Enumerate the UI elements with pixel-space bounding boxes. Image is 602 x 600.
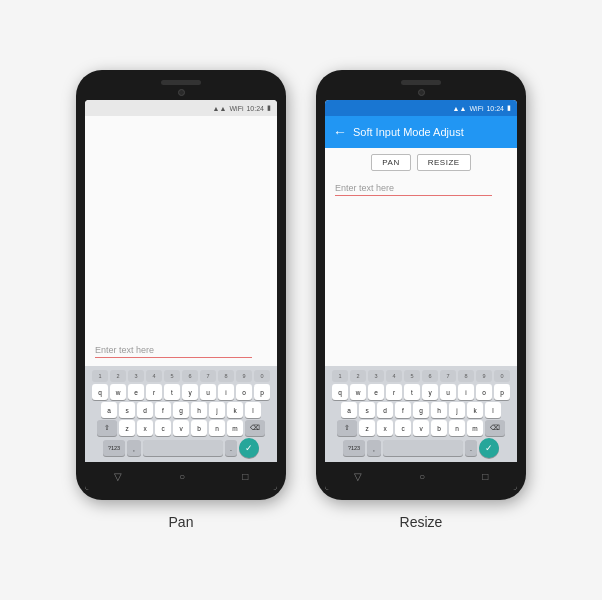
pan-key-m[interactable]: m [227,420,243,436]
pan-shift-key[interactable]: ⇧ [97,420,117,436]
pan-comma-key[interactable]: , [127,440,141,456]
pan-key-o[interactable]: o [236,384,252,400]
resize-key-k[interactable]: k [467,402,483,418]
pan-backspace-key[interactable]: ⌫ [245,420,265,436]
resize-backspace-key[interactable]: ⌫ [485,420,505,436]
pan-key-x[interactable]: x [137,420,153,436]
resize-key-f[interactable]: f [395,402,411,418]
resize-key-m[interactable]: m [467,420,483,436]
resize-nav-recent-icon[interactable]: □ [482,471,488,482]
resize-key-b[interactable]: b [431,420,447,436]
resize-key-y[interactable]: y [422,384,438,400]
pan-key-e[interactable]: e [128,384,144,400]
resize-key-r[interactable]: r [386,384,402,400]
pan-key-d[interactable]: d [137,402,153,418]
resize-nav-back-icon[interactable]: ▽ [354,471,362,482]
resize-key-1[interactable]: 1 [332,370,348,382]
pan-key-t[interactable]: t [164,384,180,400]
pan-key-g[interactable]: g [173,402,189,418]
pan-key-9[interactable]: 9 [236,370,252,382]
resize-key-6[interactable]: 6 [422,370,438,382]
pan-key-s[interactable]: s [119,402,135,418]
resize-label: Resize [400,514,443,530]
resize-key-2[interactable]: 2 [350,370,366,382]
resize-key-v[interactable]: v [413,420,429,436]
pan-key-l[interactable]: l [245,402,261,418]
pan-key-u[interactable]: u [200,384,216,400]
pan-dot-key[interactable]: . [225,440,237,456]
pan-mode-button[interactable]: PAN [371,154,410,171]
resize-time: 10:24 [486,105,504,112]
resize-key-g[interactable]: g [413,402,429,418]
resize-key-i[interactable]: i [458,384,474,400]
resize-nav-home-icon[interactable]: ○ [419,471,425,482]
pan-key-w[interactable]: w [110,384,126,400]
resize-key-z[interactable]: z [359,420,375,436]
pan-nav-recent-icon[interactable]: □ [242,471,248,482]
resize-key-l[interactable]: l [485,402,501,418]
resize-mode-button[interactable]: RESIZE [417,154,471,171]
pan-key-4[interactable]: 4 [146,370,162,382]
resize-key-e[interactable]: e [368,384,384,400]
pan-key-8[interactable]: 8 [218,370,234,382]
resize-key-o[interactable]: o [476,384,492,400]
pan-key-k[interactable]: k [227,402,243,418]
resize-back-icon[interactable]: ← [333,124,347,140]
resize-key-4[interactable]: 4 [386,370,402,382]
pan-key-b[interactable]: b [191,420,207,436]
resize-key-n[interactable]: n [449,420,465,436]
resize-key-s[interactable]: s [359,402,375,418]
pan-key-3[interactable]: 3 [128,370,144,382]
pan-key-z[interactable]: z [119,420,135,436]
pan-space-key[interactable] [143,440,223,456]
resize-key-x[interactable]: x [377,420,393,436]
pan-num123-key[interactable]: ?123 [103,440,125,456]
resize-key-c[interactable]: c [395,420,411,436]
resize-key-9[interactable]: 9 [476,370,492,382]
resize-key-u[interactable]: u [440,384,456,400]
pan-key-0[interactable]: 0 [254,370,270,382]
resize-key-h[interactable]: h [431,402,447,418]
resize-key-t[interactable]: t [404,384,420,400]
resize-key-w[interactable]: w [350,384,366,400]
resize-key-3[interactable]: 3 [368,370,384,382]
pan-key-n[interactable]: n [209,420,225,436]
resize-key-p[interactable]: p [494,384,510,400]
pan-key-p[interactable]: p [254,384,270,400]
resize-key-j[interactable]: j [449,402,465,418]
resize-key-7[interactable]: 7 [440,370,456,382]
pan-key-1[interactable]: 1 [92,370,108,382]
pan-key-q[interactable]: q [92,384,108,400]
resize-space-key[interactable] [383,440,463,456]
pan-key-h[interactable]: h [191,402,207,418]
pan-check-key[interactable]: ✓ [239,438,259,458]
pan-key-f[interactable]: f [155,402,171,418]
resize-key-5[interactable]: 5 [404,370,420,382]
resize-key-q[interactable]: q [332,384,348,400]
pan-key-5[interactable]: 5 [164,370,180,382]
pan-key-2[interactable]: 2 [110,370,126,382]
pan-key-c[interactable]: c [155,420,171,436]
pan-key-y[interactable]: y [182,384,198,400]
resize-comma-key[interactable]: , [367,440,381,456]
pan-key-i[interactable]: i [218,384,234,400]
resize-num123-key[interactable]: ?123 [343,440,365,456]
pan-key-j[interactable]: j [209,402,225,418]
pan-nav-home-icon[interactable]: ○ [179,471,185,482]
resize-signal-icon: ▲▲ [453,105,467,112]
pan-key-v[interactable]: v [173,420,189,436]
pan-nav-back-icon[interactable]: ▽ [114,471,122,482]
resize-check-key[interactable]: ✓ [479,438,499,458]
pan-text-input[interactable]: Enter text here [95,345,269,358]
pan-key-r[interactable]: r [146,384,162,400]
resize-shift-key[interactable]: ⇧ [337,420,357,436]
resize-dot-key[interactable]: . [465,440,477,456]
pan-key-a[interactable]: a [101,402,117,418]
resize-text-input[interactable]: Enter text here [335,183,509,196]
pan-key-6[interactable]: 6 [182,370,198,382]
resize-key-a[interactable]: a [341,402,357,418]
resize-key-0[interactable]: 0 [494,370,510,382]
resize-key-8[interactable]: 8 [458,370,474,382]
pan-key-7[interactable]: 7 [200,370,216,382]
resize-key-d[interactable]: d [377,402,393,418]
